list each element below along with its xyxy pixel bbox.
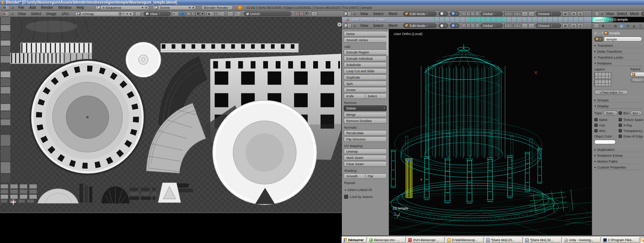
menu-window[interactable]: Window <box>58 6 71 10</box>
uv-map-selector[interactable]: ▦ UVAO <box>244 11 291 16</box>
taskbar-item-unity[interactable]: Unity - novioreg... <box>563 237 601 243</box>
bounds-row[interactable]: Bou Box↕ <box>619 110 642 116</box>
modifiers-tab-icon[interactable]: ◭ <box>631 23 637 28</box>
small-menu-view[interactable]: View <box>606 12 614 16</box>
opengl-render-anim-icon[interactable]: ▥ <box>577 11 583 16</box>
collapsed-viewport[interactable]: User Ortho(3) temple <box>342 17 592 22</box>
menu-add[interactable]: Add <box>29 6 36 10</box>
main-viewport[interactable]: User Ortho (Local) (3) temple <box>389 29 592 235</box>
main-scene-lock-icon[interactable]: • <box>522 23 528 28</box>
layers-buttons-right[interactable] <box>594 80 611 86</box>
viewport-editor-type-button[interactable] <box>343 11 351 16</box>
extrude-individual-button[interactable]: Extrude Individual <box>344 56 387 61</box>
main-editor-type-button[interactable] <box>343 23 351 28</box>
data-tab-icon[interactable]: ▽ <box>638 23 643 28</box>
panel-display[interactable]: Display <box>594 103 642 109</box>
viewport-menu-mesh[interactable]: Mesh <box>389 12 397 16</box>
image-datablock-selector[interactable]: AOmap 3 F <box>75 11 134 16</box>
texture-space-toggle[interactable]: Texture Space <box>619 117 643 122</box>
snap-element-icon[interactable]: ▦ <box>562 11 568 16</box>
panel-relations-extras[interactable]: Relations Extras <box>594 152 642 158</box>
window-title-bar[interactable]: Blender* [D:\unity\Novioregum\Assets\ble… <box>0 0 644 5</box>
fake-user-button[interactable]: F <box>123 12 125 15</box>
uv-draw-mode-buttons[interactable]: ▧▨◩ <box>295 12 308 16</box>
uv-menu-view[interactable]: View <box>18 12 26 16</box>
taskbar-item-kleioscope[interactable]: kleioscope.ims - ... <box>368 237 406 243</box>
object-color-swatch[interactable] <box>594 140 616 144</box>
main-menu-mesh[interactable]: Mesh <box>389 24 397 28</box>
uv-menu-image[interactable]: Image <box>46 12 57 16</box>
main-snap-target-dropdown[interactable]: Closest <box>535 23 561 28</box>
remove-doubles-button[interactable]: Remove Doubles <box>344 118 387 124</box>
object-tab-icon[interactable]: ◧ <box>619 23 624 28</box>
taskbar-item-console[interactable]: C:\Program Files... <box>602 237 640 243</box>
close-layout-button[interactable] <box>145 6 147 10</box>
shelf-scrollbar[interactable] <box>386 31 388 56</box>
viewport-menu-select[interactable]: Select <box>373 12 383 16</box>
manipulator-buttons[interactable]: ✛➤◠▱ <box>462 12 480 16</box>
unwrap-button[interactable]: Unwrap <box>344 149 387 154</box>
draw-all-edges-toggle[interactable]: Draw All Edge <box>619 133 643 139</box>
main-layers-grid-right[interactable] <box>513 24 521 28</box>
main-opengl-render-anim-icon[interactable]: ▥ <box>577 23 583 28</box>
panel-duplication[interactable]: Duplication <box>594 146 642 152</box>
panel-transform-locks[interactable]: Transform Locks <box>594 54 642 60</box>
start-button[interactable]: Démarrer <box>342 237 367 243</box>
parent-type-dropdown[interactable]: Object↕ <box>630 77 644 82</box>
menu-file[interactable]: File <box>18 6 24 10</box>
xray-toggle[interactable]: X-Ray <box>619 122 642 128</box>
pass-index-stepper[interactable]: ◂ Pass Index: 0 ▸ <box>594 90 628 95</box>
snap-magnet-icon[interactable]: ∩ <box>528 11 534 16</box>
main-collapse-menus-icon[interactable] <box>353 24 356 28</box>
smooth-vertex-button[interactable]: Smooth Vertex <box>344 37 387 43</box>
viewport-collapse-menus-icon[interactable] <box>353 12 356 16</box>
editor-type-button[interactable] <box>2 5 10 10</box>
menu-help[interactable]: Help <box>77 6 84 10</box>
panel-transform[interactable]: Transform <box>594 42 642 48</box>
extrude-region-button[interactable]: Extrude Region <box>344 49 387 55</box>
main-snap-magnet-icon[interactable]: ∩ <box>528 23 534 28</box>
lock-icon[interactable]: • <box>311 11 317 16</box>
opengl-render-icon[interactable]: ▤ <box>571 11 577 16</box>
pin-icon[interactable]: ⊙ <box>594 31 597 35</box>
flat-shading-button[interactable]: Flat <box>365 173 387 179</box>
unlink-image-button[interactable] <box>130 12 132 16</box>
small-collapse-menus-icon[interactable] <box>601 12 604 16</box>
taskbar-item-blender[interactable]: Blender* [D:\... <box>641 237 644 243</box>
snap-target-dropdown[interactable]: Closest <box>535 11 561 16</box>
mode-dropdown[interactable]: Edit Mode <box>403 11 437 16</box>
smooth-shading-button[interactable]: Smooth <box>344 173 365 179</box>
uv-menu-select[interactable]: Select <box>31 12 41 16</box>
uv-canvas[interactable] <box>0 17 342 213</box>
noise-button[interactable]: Noise <box>344 31 387 37</box>
duplicate-button[interactable]: Duplicate <box>344 74 387 80</box>
loop-cut-button[interactable]: Loop Cut and Slide <box>344 68 387 74</box>
pass-index-decrement-icon[interactable]: ◂ <box>599 91 601 94</box>
collapse-menus-icon[interactable] <box>11 6 14 10</box>
pin-image-icon[interactable]: ◌ <box>135 11 141 16</box>
clear-seam-button[interactable]: Clear Seam <box>344 161 387 167</box>
uv-select-mode-buttons[interactable]: ∙◇▣◆ <box>187 12 204 16</box>
draw-type-dropdown[interactable]: Textu↕ <box>604 111 618 115</box>
scene-tab-icon[interactable]: ◔ <box>606 23 612 28</box>
limit-by-seams-checkbox[interactable] <box>344 195 348 199</box>
spin-button[interactable]: Spin <box>344 81 387 86</box>
panel-motion-paths[interactable]: Motion Paths <box>594 158 642 164</box>
orientation-dropdown[interactable]: Global <box>480 11 503 16</box>
small-viewport[interactable]: User Ortho(3) temple <box>592 17 644 22</box>
render-tab-icon[interactable]: ◙ <box>600 23 606 28</box>
layers-buttons-left[interactable] <box>594 72 611 79</box>
limit-by-seams-row[interactable]: Limit by Seams <box>344 195 386 199</box>
shading-dropdown[interactable] <box>438 11 448 16</box>
main-layers-grid-left[interactable] <box>504 24 512 28</box>
panel-delta-transform[interactable]: Delta Transform <box>594 48 642 54</box>
bounds-type-dropdown[interactable]: Box↕ <box>630 111 642 115</box>
transparency-toggle[interactable]: Transparency <box>619 128 643 133</box>
small-editor-type-button[interactable] <box>593 11 599 16</box>
world-tab-icon[interactable]: ◍ <box>613 23 618 28</box>
panel-relations[interactable]: Relations <box>594 60 642 66</box>
panel-groups[interactable]: Groups <box>594 97 642 103</box>
main-menu-view[interactable]: View <box>360 24 368 28</box>
main-orientation-dropdown[interactable]: Global <box>480 23 503 28</box>
panel-custom-properties[interactable]: Custom Properties <box>594 164 642 170</box>
